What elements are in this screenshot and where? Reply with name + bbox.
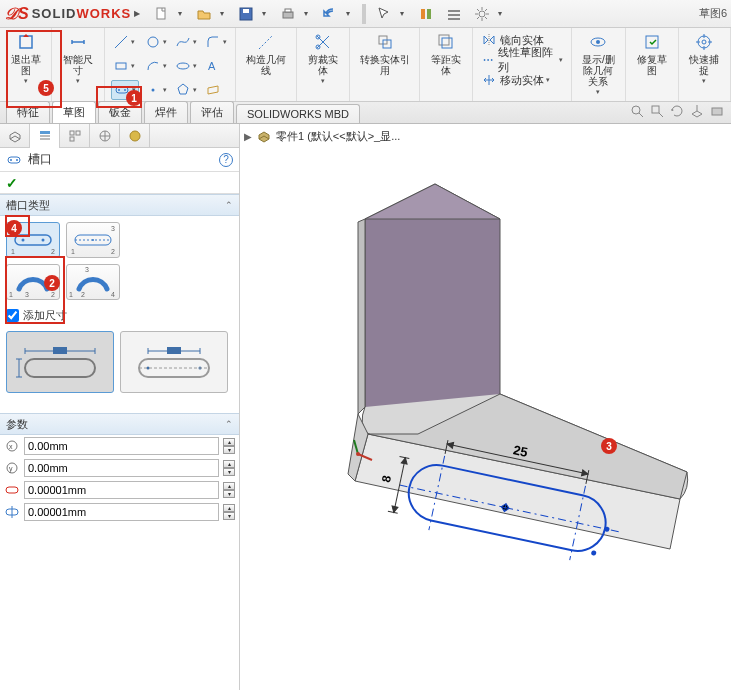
svg-rect-34 (652, 106, 659, 113)
construct-line-button[interactable]: 构造几何线 (240, 30, 293, 78)
param-h-input[interactable] (24, 503, 219, 521)
panel-tab-dimxpert-icon[interactable] (90, 124, 120, 148)
plane-button[interactable] (203, 80, 229, 100)
zoom-area-icon[interactable] (649, 103, 665, 121)
spin-down[interactable]: ▾ (223, 446, 235, 454)
tab-sketch[interactable]: 草图 (52, 101, 96, 123)
move-button[interactable]: 移动实体▾ (479, 70, 552, 90)
spin-up[interactable]: ▴ (223, 482, 235, 490)
trim-button[interactable]: 剪裁实体 ▾ (301, 30, 344, 87)
callout-4: 4 (6, 220, 22, 236)
panel-tab-feature-icon[interactable] (0, 124, 30, 148)
collapse-icon: ⌃ (225, 419, 233, 429)
smart-dim-button[interactable]: 智能尺寸 ▾ (56, 30, 99, 87)
document-title: 草图6 (699, 6, 727, 21)
zoom-fit-icon[interactable] (629, 103, 645, 121)
add-dim-input[interactable] (6, 309, 19, 322)
offset-button[interactable]: 等距实体 (424, 30, 467, 78)
select-button[interactable]: ▾ (371, 4, 411, 24)
svg-rect-11 (116, 63, 126, 69)
graphics-view[interactable]: ▶ 零件1 (默认<<默认>_显... (240, 124, 731, 690)
circle-button[interactable]: ▾ (143, 32, 169, 52)
ellipse-button[interactable]: ▾ (173, 56, 199, 76)
exit-sketch-button[interactable]: 退出草图 ▾ (4, 30, 47, 87)
app-logo: 𝒟S SOLIDWORKS (4, 5, 131, 23)
rect-button[interactable]: ▾ (111, 56, 139, 76)
svg-point-27 (491, 59, 493, 61)
param-w: ▴▾ (0, 479, 239, 501)
tab-mbd[interactable]: SOLIDWORKS MBD (236, 104, 360, 123)
line-button[interactable]: ▾ (111, 32, 139, 52)
svg-rect-44 (8, 157, 20, 163)
svg-point-13 (118, 89, 120, 91)
options-button[interactable] (441, 4, 467, 24)
rebuild-button[interactable] (413, 4, 439, 24)
tab-evaluate[interactable]: 评估 (190, 101, 234, 123)
svg-rect-36 (40, 131, 50, 134)
param-cx-input[interactable] (24, 437, 219, 455)
ok-button[interactable]: ✓ (6, 175, 18, 191)
params-heading[interactable]: 参数 ⌃ (0, 413, 239, 435)
save-button[interactable]: ▾ (233, 4, 273, 24)
arc-button[interactable]: ▾ (143, 56, 169, 76)
spin-up[interactable]: ▴ (223, 504, 235, 512)
svg-rect-53 (53, 347, 67, 354)
text-button[interactable]: A (203, 56, 229, 76)
callout-3: 3 (601, 438, 617, 454)
convert-button[interactable]: 转换实体引用 (354, 30, 416, 78)
svg-rect-12 (116, 87, 128, 93)
param-w-input[interactable] (24, 481, 219, 499)
spin-up[interactable]: ▴ (223, 460, 235, 468)
linear-pattern-button[interactable]: 线性草图阵列▾ (479, 50, 565, 70)
panel-tab-config-icon[interactable] (60, 124, 90, 148)
svg-rect-55 (167, 347, 181, 354)
dim-scheme-overall[interactable] (6, 331, 114, 393)
slot-icon (6, 152, 22, 168)
slot-type-arc-center[interactable]: 3241 (66, 264, 120, 300)
fillet-button[interactable]: ▾ (203, 32, 229, 52)
svg-rect-5 (421, 9, 425, 19)
slot-type-center[interactable]: 123 (66, 222, 120, 258)
svg-rect-37 (40, 135, 50, 137)
dim-scheme-center[interactable] (120, 331, 228, 393)
app-menu-dropdown[interactable]: ▶ (134, 9, 140, 18)
svg-rect-7 (448, 10, 460, 12)
svg-point-48 (22, 239, 25, 242)
add-dim-checkbox[interactable]: 添加尺寸 (0, 306, 239, 325)
svg-rect-24 (442, 38, 452, 48)
print-button[interactable]: ▾ (275, 4, 315, 24)
show-del-rel-button[interactable]: 显示/删除几何关系 ▾ (576, 30, 621, 98)
spin-down[interactable]: ▾ (223, 468, 235, 476)
svg-point-70 (356, 452, 360, 456)
tab-feature[interactable]: 特征 (6, 101, 50, 123)
help-icon[interactable]: ? (219, 153, 233, 167)
rotate-icon[interactable] (669, 103, 685, 121)
svg-rect-39 (70, 131, 74, 135)
spin-up[interactable]: ▴ (223, 438, 235, 446)
spin-down[interactable]: ▾ (223, 512, 235, 520)
tab-weldment[interactable]: 焊件 (144, 101, 188, 123)
param-cy-input[interactable] (24, 459, 219, 477)
svg-rect-52 (25, 359, 95, 377)
slot-type-heading[interactable]: 槽口类型 ⌃ (0, 194, 239, 216)
svg-rect-8 (448, 14, 460, 16)
width-icon (4, 482, 20, 498)
panel-tab-property-icon[interactable] (30, 124, 60, 148)
polygon-button[interactable]: ▾ (173, 80, 199, 100)
repair-button[interactable]: 修复草图 (630, 30, 673, 78)
undo-button[interactable]: ▾ (317, 4, 357, 24)
svg-point-10 (479, 11, 485, 17)
new-button[interactable]: ▾ (149, 4, 189, 24)
params-label: 参数 (6, 417, 28, 432)
svg-point-51 (92, 239, 94, 241)
panel-tab-display-icon[interactable] (120, 124, 150, 148)
spline-button[interactable]: ▾ (173, 32, 199, 52)
open-button[interactable]: ▾ (191, 4, 231, 24)
snap-button[interactable]: 快速捕捉 ▾ (683, 30, 726, 87)
point-button[interactable]: ▾ (143, 80, 169, 100)
view-orient-icon[interactable] (689, 103, 705, 121)
svg-marker-68 (358, 219, 365, 414)
display-style-icon[interactable] (709, 103, 725, 121)
spin-down[interactable]: ▾ (223, 490, 235, 498)
settings-button[interactable]: ▾ (469, 4, 509, 24)
